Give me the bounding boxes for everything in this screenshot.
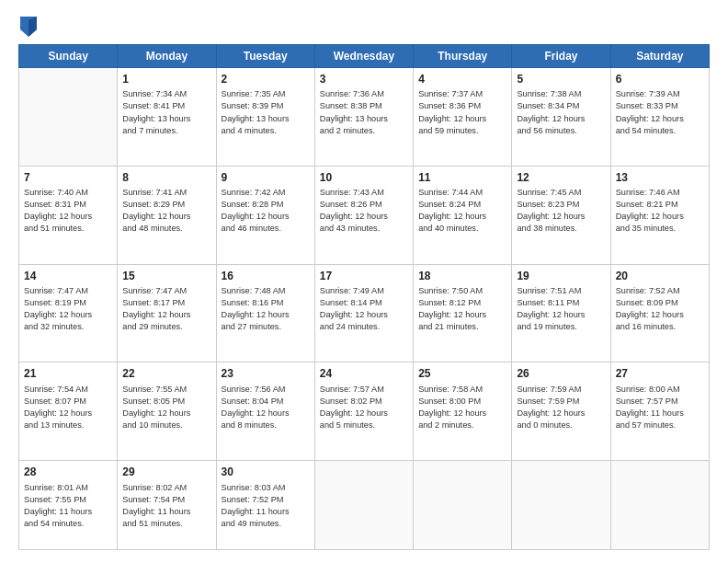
day-info: Sunrise: 7:46 AMSunset: 8:21 PMDaylight:… xyxy=(616,187,704,235)
day-number: 14 xyxy=(24,269,112,284)
day-cell: 17Sunrise: 7:49 AMSunset: 8:14 PMDayligh… xyxy=(314,264,413,362)
day-cell: 25Sunrise: 7:58 AMSunset: 8:00 PMDayligh… xyxy=(414,362,512,461)
day-number: 11 xyxy=(418,170,506,186)
weekday-header-monday: Monday xyxy=(118,45,216,68)
day-cell: 18Sunrise: 7:50 AMSunset: 8:12 PMDayligh… xyxy=(414,264,512,362)
day-info: Sunrise: 7:38 AMSunset: 8:34 PMDaylight:… xyxy=(517,88,605,136)
day-number: 20 xyxy=(616,269,704,284)
day-cell: 30Sunrise: 8:03 AMSunset: 7:52 PMDayligh… xyxy=(216,461,314,550)
day-number: 3 xyxy=(320,72,408,87)
day-info: Sunrise: 7:37 AMSunset: 8:36 PMDaylight:… xyxy=(418,88,506,136)
day-number: 23 xyxy=(222,366,310,382)
day-cell: 22Sunrise: 7:55 AMSunset: 8:05 PMDayligh… xyxy=(118,362,216,461)
day-info: Sunrise: 7:39 AMSunset: 8:33 PMDaylight:… xyxy=(616,88,704,136)
day-info: Sunrise: 7:43 AMSunset: 8:26 PMDaylight:… xyxy=(320,187,408,235)
day-cell: 8Sunrise: 7:41 AMSunset: 8:29 PMDaylight… xyxy=(118,166,216,264)
week-row-2: 7Sunrise: 7:40 AMSunset: 8:31 PMDaylight… xyxy=(19,166,710,264)
day-number: 30 xyxy=(222,465,310,480)
day-number: 6 xyxy=(616,72,704,87)
day-number: 5 xyxy=(517,72,605,87)
page: SundayMondayTuesdayWednesdayThursdayFrid… xyxy=(0,0,728,563)
day-cell xyxy=(512,461,610,550)
weekday-header-friday: Friday xyxy=(512,45,610,68)
day-info: Sunrise: 7:47 AMSunset: 8:19 PMDaylight:… xyxy=(24,285,112,333)
day-cell: 15Sunrise: 7:47 AMSunset: 8:17 PMDayligh… xyxy=(118,264,216,362)
day-number: 7 xyxy=(24,170,112,186)
day-info: Sunrise: 7:56 AMSunset: 8:04 PMDaylight:… xyxy=(222,384,310,431)
day-info: Sunrise: 7:44 AMSunset: 8:24 PMDaylight:… xyxy=(418,187,506,235)
day-number: 27 xyxy=(616,366,704,382)
day-number: 4 xyxy=(418,72,506,87)
day-number: 18 xyxy=(418,269,506,284)
logo-icon xyxy=(20,17,37,37)
day-info: Sunrise: 8:03 AMSunset: 7:52 PMDaylight:… xyxy=(222,482,310,530)
day-number: 12 xyxy=(517,170,605,186)
day-cell: 10Sunrise: 7:43 AMSunset: 8:26 PMDayligh… xyxy=(314,166,413,264)
logo xyxy=(18,17,40,37)
day-cell: 6Sunrise: 7:39 AMSunset: 8:33 PMDaylight… xyxy=(610,68,709,167)
calendar-table: SundayMondayTuesdayWednesdayThursdayFrid… xyxy=(18,44,710,550)
day-info: Sunrise: 7:55 AMSunset: 8:05 PMDaylight:… xyxy=(122,384,210,431)
day-number: 25 xyxy=(418,366,506,382)
day-cell: 16Sunrise: 7:48 AMSunset: 8:16 PMDayligh… xyxy=(216,264,314,362)
day-number: 10 xyxy=(320,170,408,186)
day-cell: 2Sunrise: 7:35 AMSunset: 8:39 PMDaylight… xyxy=(216,68,314,167)
day-info: Sunrise: 8:02 AMSunset: 7:54 PMDaylight:… xyxy=(122,482,210,530)
day-info: Sunrise: 7:50 AMSunset: 8:12 PMDaylight:… xyxy=(418,285,506,333)
day-info: Sunrise: 7:57 AMSunset: 8:02 PMDaylight:… xyxy=(320,384,408,431)
day-cell: 20Sunrise: 7:52 AMSunset: 8:09 PMDayligh… xyxy=(610,264,709,362)
week-row-4: 21Sunrise: 7:54 AMSunset: 8:07 PMDayligh… xyxy=(19,362,710,461)
day-number: 19 xyxy=(517,269,605,284)
day-info: Sunrise: 7:34 AMSunset: 8:41 PMDaylight:… xyxy=(122,88,210,136)
weekday-header-row: SundayMondayTuesdayWednesdayThursdayFrid… xyxy=(19,45,710,68)
day-info: Sunrise: 7:41 AMSunset: 8:29 PMDaylight:… xyxy=(122,187,210,235)
weekday-header-tuesday: Tuesday xyxy=(216,45,314,68)
day-info: Sunrise: 7:58 AMSunset: 8:00 PMDaylight:… xyxy=(418,384,506,431)
day-info: Sunrise: 7:47 AMSunset: 8:17 PMDaylight:… xyxy=(122,285,210,333)
day-number: 8 xyxy=(122,170,210,186)
day-cell xyxy=(414,461,512,550)
day-cell: 28Sunrise: 8:01 AMSunset: 7:55 PMDayligh… xyxy=(19,461,118,550)
day-cell: 26Sunrise: 7:59 AMSunset: 7:59 PMDayligh… xyxy=(512,362,610,461)
day-number: 16 xyxy=(222,269,310,284)
day-cell: 14Sunrise: 7:47 AMSunset: 8:19 PMDayligh… xyxy=(19,264,118,362)
day-info: Sunrise: 7:48 AMSunset: 8:16 PMDaylight:… xyxy=(222,285,310,333)
day-number: 9 xyxy=(222,170,310,186)
day-cell: 9Sunrise: 7:42 AMSunset: 8:28 PMDaylight… xyxy=(216,166,314,264)
day-cell: 24Sunrise: 7:57 AMSunset: 8:02 PMDayligh… xyxy=(314,362,413,461)
day-number: 28 xyxy=(24,465,112,480)
day-cell: 1Sunrise: 7:34 AMSunset: 8:41 PMDaylight… xyxy=(118,68,216,167)
day-cell: 23Sunrise: 7:56 AMSunset: 8:04 PMDayligh… xyxy=(216,362,314,461)
day-cell xyxy=(19,68,118,167)
day-cell: 11Sunrise: 7:44 AMSunset: 8:24 PMDayligh… xyxy=(414,166,512,264)
weekday-header-thursday: Thursday xyxy=(414,45,512,68)
header xyxy=(18,17,710,37)
day-number: 22 xyxy=(122,366,210,382)
day-cell: 7Sunrise: 7:40 AMSunset: 8:31 PMDaylight… xyxy=(19,166,118,264)
weekday-header-wednesday: Wednesday xyxy=(314,45,413,68)
day-info: Sunrise: 7:52 AMSunset: 8:09 PMDaylight:… xyxy=(616,285,704,333)
day-cell xyxy=(314,461,413,550)
week-row-1: 1Sunrise: 7:34 AMSunset: 8:41 PMDaylight… xyxy=(19,68,710,167)
day-info: Sunrise: 7:36 AMSunset: 8:38 PMDaylight:… xyxy=(320,88,408,136)
day-number: 26 xyxy=(517,366,605,382)
day-info: Sunrise: 7:59 AMSunset: 7:59 PMDaylight:… xyxy=(517,384,605,431)
day-number: 1 xyxy=(122,72,210,87)
day-number: 29 xyxy=(122,465,210,480)
day-info: Sunrise: 7:35 AMSunset: 8:39 PMDaylight:… xyxy=(222,88,310,136)
day-info: Sunrise: 7:49 AMSunset: 8:14 PMDaylight:… xyxy=(320,285,408,333)
day-cell: 13Sunrise: 7:46 AMSunset: 8:21 PMDayligh… xyxy=(610,166,709,264)
day-cell: 3Sunrise: 7:36 AMSunset: 8:38 PMDaylight… xyxy=(314,68,413,167)
day-cell: 21Sunrise: 7:54 AMSunset: 8:07 PMDayligh… xyxy=(19,362,118,461)
day-cell xyxy=(610,461,709,550)
day-info: Sunrise: 7:51 AMSunset: 8:11 PMDaylight:… xyxy=(517,285,605,333)
day-number: 2 xyxy=(222,72,310,87)
weekday-header-sunday: Sunday xyxy=(19,45,118,68)
day-info: Sunrise: 7:54 AMSunset: 8:07 PMDaylight:… xyxy=(24,384,112,431)
weekday-header-saturday: Saturday xyxy=(610,45,709,68)
day-cell: 4Sunrise: 7:37 AMSunset: 8:36 PMDaylight… xyxy=(414,68,512,167)
day-number: 13 xyxy=(616,170,704,186)
day-cell: 12Sunrise: 7:45 AMSunset: 8:23 PMDayligh… xyxy=(512,166,610,264)
day-cell: 29Sunrise: 8:02 AMSunset: 7:54 PMDayligh… xyxy=(118,461,216,550)
day-info: Sunrise: 8:01 AMSunset: 7:55 PMDaylight:… xyxy=(24,482,112,530)
